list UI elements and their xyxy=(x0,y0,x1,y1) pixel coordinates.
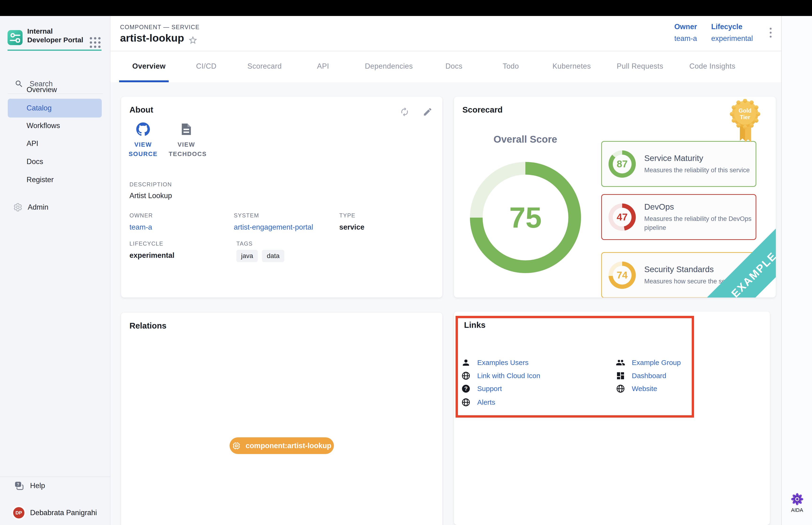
view-techdocs-button[interactable]: VIEW TECHDOCS xyxy=(169,122,204,159)
tags-row: java data xyxy=(236,250,284,262)
apps-grid-icon[interactable] xyxy=(88,36,102,49)
chip-icon xyxy=(232,441,241,450)
favorite-star-icon[interactable] xyxy=(188,35,198,45)
owner-value[interactable]: team-a xyxy=(674,34,697,43)
tab-code-insights[interactable]: Code Insights xyxy=(689,62,735,71)
gold-tier-badge: Gold Tier xyxy=(730,99,761,142)
app-root: Internal Developer Portal Search Overvie… xyxy=(0,0,812,525)
aida-label: AIDA xyxy=(782,507,812,513)
tab-cicd[interactable]: CI/CD xyxy=(196,62,217,71)
sidebar-item-docs[interactable]: Docs xyxy=(8,152,102,171)
tags-label: TAGS xyxy=(236,240,253,247)
relations-card: Relations component:artist-lookup xyxy=(121,313,442,525)
tag-chip[interactable]: data xyxy=(262,250,284,262)
divider xyxy=(0,477,110,477)
active-tab-indicator xyxy=(119,80,169,82)
score-item-devops[interactable]: 47 DevOps Measures the reliability of th… xyxy=(601,194,756,240)
portal-title: Internal Developer Portal xyxy=(27,27,86,44)
tab-pull-requests[interactable]: Pull Requests xyxy=(617,62,663,71)
view-source-label: VIEW SOURCE xyxy=(125,140,161,159)
system-link[interactable]: artist-engagement-portal xyxy=(234,223,313,231)
overall-score-value: 75 xyxy=(509,201,542,234)
top-black-bar xyxy=(0,0,812,16)
refresh-icon[interactable] xyxy=(400,107,410,117)
score-item-desc: Measures the reliability of the DevOps p… xyxy=(644,214,755,232)
tab-overview[interactable]: Overview xyxy=(132,62,166,71)
page-title: artist-lookup xyxy=(120,32,184,44)
portal-logo-icon[interactable] xyxy=(7,30,22,45)
about-card: About VIEW SOURCE xyxy=(121,96,442,298)
aida-widget[interactable]: AIDA xyxy=(782,493,812,513)
help-button[interactable]: ? Help xyxy=(14,481,45,491)
score-item-title: DevOps xyxy=(644,202,755,211)
tab-todo[interactable]: Todo xyxy=(503,62,519,71)
scorecard-card: Scorecard Overall Score 75 87 Service Ma… xyxy=(454,96,776,298)
owner-link[interactable]: team-a xyxy=(129,223,152,231)
score-donut: 74 xyxy=(609,261,636,289)
svg-text:Tier: Tier xyxy=(740,114,750,120)
user-name: Debabrata Panigrahi xyxy=(30,509,97,517)
aida-flower-icon xyxy=(782,493,812,506)
content-area: About VIEW SOURCE xyxy=(110,82,781,525)
relations-entity-node[interactable]: component:artist-lookup xyxy=(230,437,334,454)
more-options-kebab-icon[interactable] xyxy=(770,28,771,40)
sidebar-item-api[interactable]: API xyxy=(8,134,102,153)
entity-header: COMPONENT — SERVICE artist-lookup Owner … xyxy=(110,16,781,51)
svg-text:Gold: Gold xyxy=(739,107,752,114)
tag-chip[interactable]: java xyxy=(236,250,258,262)
svg-text:?: ? xyxy=(17,482,19,486)
tab-dependencies[interactable]: Dependencies xyxy=(365,62,413,71)
lifecycle-label: LIFECYCLE xyxy=(129,240,163,247)
help-label: Help xyxy=(30,481,45,490)
owner-label: Owner xyxy=(674,22,697,31)
sidebar-item-admin[interactable]: Admin xyxy=(13,202,48,212)
score-item-desc: Measures how secure the ser xyxy=(644,277,727,286)
score-item-title: Security Standards xyxy=(644,265,727,274)
tab-scorecard[interactable]: Scorecard xyxy=(247,62,282,71)
overall-score-label: Overall Score xyxy=(494,134,557,145)
sidebar: Internal Developer Portal Search Overvie… xyxy=(0,16,110,525)
tab-kubernetes[interactable]: Kubernetes xyxy=(552,62,591,71)
lifecycle-label: Lifecycle xyxy=(711,22,753,31)
description-label: DESCRIPTION xyxy=(129,181,172,188)
overall-score-donut: 75 xyxy=(470,162,581,273)
tab-docs[interactable]: Docs xyxy=(445,62,463,71)
main-page: COMPONENT — SERVICE artist-lookup Owner … xyxy=(110,16,781,525)
system-label: SYSTEM xyxy=(234,212,259,219)
lifecycle-value: experimental xyxy=(711,34,753,43)
about-title: About xyxy=(129,105,153,115)
score-item-service-maturity[interactable]: 87 Service Maturity Measures the reliabi… xyxy=(601,141,756,187)
view-source-button[interactable]: VIEW SOURCE xyxy=(125,122,161,159)
help-chat-icon: ? xyxy=(14,481,24,491)
owner-label: OWNER xyxy=(129,212,153,219)
sidebar-item-catalog[interactable]: Catalog xyxy=(8,99,102,118)
relations-title: Relations xyxy=(129,321,167,330)
score-item-desc: Measures the reliability of this service xyxy=(644,166,750,175)
breadcrumb: COMPONENT — SERVICE xyxy=(120,24,200,31)
highlight-annotation-rectangle xyxy=(456,316,694,418)
score-item-title: Service Maturity xyxy=(644,153,750,163)
github-icon xyxy=(125,122,161,136)
user-menu[interactable]: DP Debabrata Panigrahi xyxy=(13,507,97,519)
edit-pencil-icon[interactable] xyxy=(423,107,432,117)
sidebar-item-register[interactable]: Register xyxy=(8,170,102,189)
right-gutter: AIDA xyxy=(781,16,812,525)
score-donut: 47 xyxy=(609,204,636,231)
scorecard-title: Scorecard xyxy=(462,105,503,115)
sidebar-item-workflows[interactable]: Workflows xyxy=(8,116,102,135)
document-icon xyxy=(169,122,204,136)
score-donut: 87 xyxy=(609,150,636,178)
admin-label: Admin xyxy=(28,203,48,211)
owner-field: Owner team-a xyxy=(674,22,697,43)
entity-tabs: Overview CI/CD Scorecard API Dependencie… xyxy=(110,51,781,82)
sidebar-item-overview[interactable]: Overview xyxy=(8,80,102,99)
type-value: service xyxy=(339,223,364,231)
type-label: TYPE xyxy=(339,212,355,219)
tab-api[interactable]: API xyxy=(317,62,329,71)
entity-node-label: component:artist-lookup xyxy=(246,441,331,450)
lifecycle-field: Lifecycle experimental xyxy=(711,22,753,43)
gear-icon xyxy=(13,202,22,212)
description-value: Artist Lookup xyxy=(129,192,172,200)
avatar: DP xyxy=(13,507,25,519)
brand-accent-rule xyxy=(7,49,102,51)
